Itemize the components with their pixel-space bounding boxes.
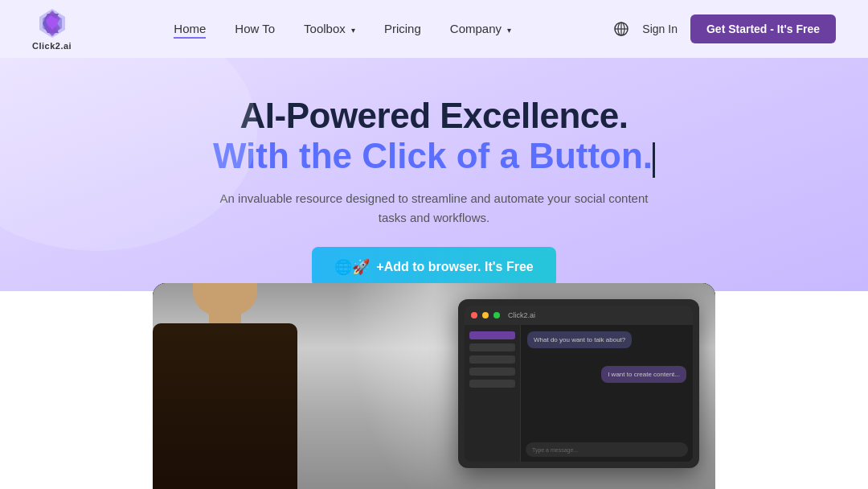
nav-right: Sign In Get Started - It's Free — [613, 14, 836, 43]
logo-text: Click2.ai — [32, 41, 72, 51]
screen-sidebar-item-5 — [469, 380, 515, 388]
nav-link-howto[interactable]: How To — [235, 22, 275, 35]
browser-emoji: 🌐🚀 — [334, 258, 370, 276]
nav-link-toolbox[interactable]: Toolbox ▾ — [304, 22, 355, 35]
screen-inner: Click2.ai What — [465, 306, 693, 462]
screen-topbar: Click2.ai — [465, 306, 693, 325]
sign-in-button[interactable]: Sign In — [642, 23, 678, 35]
nav-link-home[interactable]: Home — [174, 22, 206, 39]
navbar: Click2.ai Home How To Toolbox ▾ Pricing … — [0, 0, 868, 58]
globe-icon — [613, 21, 629, 37]
toolbox-dropdown-arrow: ▾ — [351, 26, 355, 35]
screen-sidebar — [465, 325, 521, 462]
video-background: Click2.ai What — [153, 283, 715, 489]
nav-item-pricing[interactable]: Pricing — [384, 22, 421, 36]
screen-display: Click2.ai What — [458, 299, 699, 468]
nav-item-company[interactable]: Company ▾ — [450, 22, 511, 36]
nav-item-home[interactable]: Home — [174, 22, 206, 36]
nav-links: Home How To Toolbox ▾ Pricing Company ▾ — [174, 22, 511, 36]
chat-input-row: Type a message... — [526, 442, 688, 457]
hero-title-line1: AI-Powered Excellence. — [32, 97, 836, 135]
hero-section: AI-Powered Excellence. With the Click of… — [0, 58, 868, 291]
video-container: Click2.ai What — [153, 283, 715, 489]
cursor — [653, 142, 655, 178]
add-browser-label: +Add to browser. It's Free — [376, 260, 533, 274]
logo[interactable]: Click2.ai — [32, 7, 72, 51]
language-button[interactable] — [613, 21, 629, 37]
nav-item-howto[interactable]: How To — [235, 22, 275, 36]
logo-icon — [36, 7, 68, 39]
company-dropdown-arrow: ▾ — [507, 26, 511, 35]
chat-bubble-outgoing: I want to create content... — [601, 366, 686, 383]
chat-input-placeholder: Type a message... — [532, 447, 578, 453]
screen-sidebar-item-1 — [469, 331, 515, 339]
screen-main-area: What do you want to talk about? I want t… — [521, 325, 693, 462]
window-maximize-dot — [493, 312, 500, 318]
hero-title-line2: With the Click of a Button. — [32, 135, 836, 178]
video-inner: Click2.ai What — [153, 283, 715, 489]
nav-link-company[interactable]: Company ▾ — [450, 22, 511, 35]
screen-sidebar-item-2 — [469, 343, 515, 351]
screen-brand-label: Click2.ai — [508, 311, 535, 319]
nav-item-toolbox[interactable]: Toolbox ▾ — [304, 22, 355, 36]
chat-bubble-incoming: What do you want to talk about? — [527, 331, 632, 348]
person-body — [153, 323, 297, 489]
chat-spacer — [527, 353, 686, 361]
window-close-dot — [471, 312, 477, 318]
add-to-browser-button[interactable]: 🌐🚀 +Add to browser. It's Free — [312, 247, 555, 287]
nav-link-pricing[interactable]: Pricing — [384, 22, 421, 35]
screen-sidebar-item-4 — [469, 368, 515, 376]
video-section: Click2.ai What — [0, 291, 868, 489]
screen-sidebar-item-3 — [469, 355, 515, 364]
hero-subtitle: An invaluable resource designed to strea… — [209, 189, 659, 228]
window-minimize-dot — [482, 312, 489, 318]
get-started-button[interactable]: Get Started - It's Free — [690, 14, 836, 43]
